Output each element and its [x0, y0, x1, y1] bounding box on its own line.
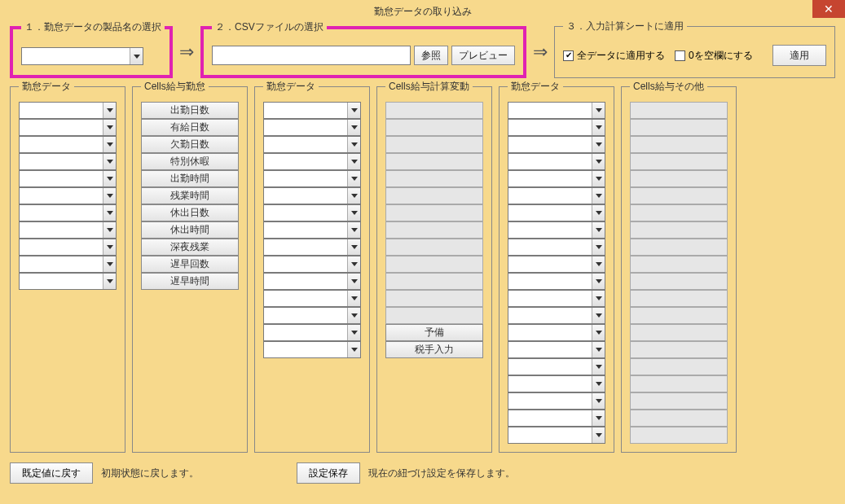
mapping-dropdown[interactable] [19, 256, 117, 273]
chevron-down-icon [592, 359, 605, 375]
csv-path-input[interactable] [212, 46, 411, 65]
chevron-down-icon [347, 222, 360, 238]
mapping-dropdown[interactable] [263, 256, 361, 273]
mapping-dropdown[interactable] [508, 221, 605, 239]
col-cells-other-legend: Cells給与その他 [630, 80, 707, 94]
preview-button[interactable]: プレビュー [451, 46, 515, 65]
mapping-dropdown[interactable] [19, 170, 117, 187]
mapping-dropdown[interactable] [263, 307, 361, 324]
chevron-down-icon [103, 137, 116, 152]
readonly-field [385, 119, 483, 136]
mapping-dropdown[interactable] [263, 324, 361, 341]
mapping-dropdown[interactable] [508, 307, 605, 324]
readonly-field [385, 102, 483, 119]
cells-kintai-item[interactable]: 出勤日数 [141, 102, 239, 119]
mapping-dropdown[interactable] [19, 221, 117, 239]
mapping-dropdown[interactable] [508, 341, 605, 358]
readonly-field [630, 102, 728, 119]
mapping-dropdown[interactable] [263, 102, 361, 119]
cells-kintai-item[interactable]: 残業時間 [141, 187, 239, 204]
reset-button[interactable]: 既定値に戻す [10, 462, 93, 484]
readonly-field [385, 204, 483, 221]
mapping-dropdown[interactable] [19, 187, 117, 204]
mapping-dropdown[interactable] [508, 204, 605, 221]
chevron-down-icon [103, 205, 116, 221]
mapping-dropdown[interactable] [508, 170, 605, 187]
mapping-dropdown[interactable] [19, 119, 117, 136]
mapping-dropdown[interactable] [19, 136, 117, 153]
mapping-dropdown[interactable] [508, 256, 605, 273]
yobi-button[interactable]: 予備 [385, 324, 483, 341]
mapping-dropdown[interactable] [263, 204, 361, 221]
close-button[interactable]: ✕ [812, 0, 845, 18]
chevron-down-icon [592, 256, 605, 272]
readonly-field [630, 410, 728, 427]
cells-kintai-item[interactable]: 休出日数 [141, 204, 239, 221]
cells-kintai-item[interactable]: 有給日数 [141, 119, 239, 136]
mapping-dropdown[interactable] [19, 204, 117, 221]
mapping-dropdown[interactable] [19, 239, 117, 256]
mapping-dropdown[interactable] [263, 153, 361, 170]
apply-all-checkbox[interactable]: ✔ 全データに適用する [563, 49, 665, 63]
mapping-dropdown[interactable] [508, 119, 605, 136]
mapping-dropdown[interactable] [19, 273, 117, 290]
chevron-down-icon [347, 308, 360, 323]
zero-blank-checkbox[interactable]: 0を空欄にする [675, 49, 753, 63]
save-button[interactable]: 設定保存 [297, 462, 360, 484]
mapping-dropdown[interactable] [19, 102, 117, 119]
col-kintai-3-legend: 勤怠データ [508, 80, 563, 94]
mapping-dropdown[interactable] [508, 324, 605, 341]
mapping-dropdown[interactable] [263, 273, 361, 290]
cells-kintai-item[interactable]: 出勤時間 [141, 170, 239, 187]
mapping-dropdown[interactable] [19, 153, 117, 170]
chevron-down-icon [103, 256, 116, 272]
mapping-dropdown[interactable] [263, 341, 361, 358]
browse-button[interactable]: 参照 [414, 46, 448, 65]
mapping-dropdown[interactable] [263, 136, 361, 153]
mapping-dropdown[interactable] [508, 187, 605, 204]
cells-kintai-item[interactable]: 深夜残業 [141, 239, 239, 256]
mapping-dropdown[interactable] [508, 427, 605, 444]
cells-kintai-item[interactable]: 休出時間 [141, 221, 239, 239]
chevron-down-icon [103, 274, 116, 289]
cells-kintai-item[interactable]: 欠勤日数 [141, 136, 239, 153]
mapping-dropdown[interactable] [263, 187, 361, 204]
chevron-down-icon [592, 239, 605, 255]
mapping-dropdown[interactable] [508, 410, 605, 427]
chevron-down-icon [592, 325, 605, 340]
mapping-dropdown[interactable] [508, 102, 605, 119]
readonly-field [630, 307, 728, 324]
readonly-field [630, 358, 728, 375]
mapping-dropdown[interactable] [263, 239, 361, 256]
col-kintai-2-legend: 勤怠データ [263, 80, 319, 94]
mapping-dropdown[interactable] [263, 119, 361, 136]
mapping-dropdown[interactable] [508, 392, 605, 410]
zei-button[interactable]: 税手入力 [385, 341, 483, 358]
mapping-dropdown[interactable] [263, 170, 361, 187]
mapping-dropdown[interactable] [508, 239, 605, 256]
readonly-field [630, 119, 728, 136]
mapping-dropdown[interactable] [508, 290, 605, 307]
readonly-field [385, 256, 483, 273]
step1-legend: １．勤怠データの製品名の選択 [21, 20, 165, 34]
mapping-dropdown[interactable] [263, 221, 361, 239]
cells-kintai-item[interactable]: 遅早回数 [141, 256, 239, 273]
readonly-field [630, 221, 728, 239]
readonly-field [385, 187, 483, 204]
mapping-dropdown[interactable] [508, 273, 605, 290]
mapping-dropdown[interactable] [508, 358, 605, 375]
mapping-dropdown[interactable] [508, 375, 605, 392]
cells-kintai-item[interactable]: 遅早時間 [141, 273, 239, 290]
col-cells-kintai: Cells給与勤怠 出勤日数有給日数欠勤日数特別休暇出勤時間残業時間休出日数休出… [132, 86, 248, 453]
chevron-down-icon [103, 103, 116, 118]
mapping-dropdown[interactable] [263, 290, 361, 307]
cells-kintai-item[interactable]: 特別休暇 [141, 153, 239, 170]
readonly-field [385, 136, 483, 153]
product-select[interactable] [21, 47, 143, 65]
chevron-down-icon [592, 222, 605, 238]
mapping-dropdown[interactable] [508, 136, 605, 153]
mapping-dropdown[interactable] [508, 153, 605, 170]
readonly-field [385, 273, 483, 290]
readonly-field [630, 153, 728, 170]
apply-button[interactable]: 適用 [772, 45, 826, 66]
